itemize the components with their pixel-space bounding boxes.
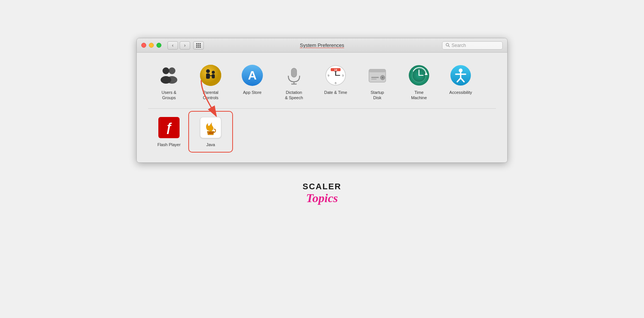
flash-player-item[interactable]: ƒ Flash Player bbox=[148, 112, 190, 151]
svg-text:3: 3 bbox=[342, 74, 344, 77]
svg-text:6: 6 bbox=[335, 81, 337, 85]
svg-rect-6 bbox=[196, 47, 197, 48]
minimize-button[interactable] bbox=[149, 43, 154, 48]
time-machine-label: TimeMachine bbox=[411, 90, 427, 101]
flash-player-label: Flash Player bbox=[157, 142, 180, 147]
svg-line-10 bbox=[449, 45, 450, 47]
grid-button[interactable] bbox=[193, 41, 204, 50]
app-store-label: App Store bbox=[243, 90, 262, 95]
content-area: Users &Groups bbox=[137, 53, 507, 162]
accessibility-icon bbox=[449, 64, 472, 87]
back-button[interactable]: ‹ bbox=[167, 41, 178, 50]
svg-rect-20 bbox=[212, 74, 215, 78]
maximize-button[interactable] bbox=[156, 43, 161, 48]
users-groups-label: Users &Groups bbox=[161, 90, 176, 101]
svg-point-39 bbox=[382, 77, 383, 78]
row2-container: ƒ Flash Player bbox=[148, 112, 496, 155]
svg-point-19 bbox=[212, 71, 215, 74]
search-bar[interactable]: Search bbox=[442, 41, 503, 50]
app-store-item[interactable]: A App Store bbox=[231, 60, 273, 99]
svg-rect-4 bbox=[198, 45, 199, 46]
startup-disk-item[interactable]: StartupDisk bbox=[356, 60, 398, 104]
svg-rect-8 bbox=[200, 47, 201, 48]
parental-controls-item[interactable]: ParentalControls bbox=[190, 60, 231, 104]
users-groups-icon bbox=[158, 64, 180, 87]
java-item[interactable]: JAVA Java bbox=[190, 112, 231, 151]
svg-rect-0 bbox=[196, 43, 197, 44]
svg-text:18: 18 bbox=[334, 69, 337, 71]
scaler-logo: SCALER Topics bbox=[303, 182, 341, 205]
accessibility-label: Accessibility bbox=[449, 90, 472, 95]
svg-rect-37 bbox=[369, 69, 386, 72]
startup-disk-icon bbox=[366, 64, 389, 87]
icon-row-1: Users &Groups bbox=[148, 60, 496, 109]
flash-icon-graphic: ƒ bbox=[158, 117, 180, 138]
date-time-label: Date & Time bbox=[324, 90, 347, 95]
parental-controls-label: ParentalControls bbox=[203, 90, 219, 101]
close-button[interactable] bbox=[141, 43, 146, 48]
time-machine-icon bbox=[408, 64, 430, 87]
svg-point-9 bbox=[446, 43, 449, 46]
dictation-speech-icon bbox=[283, 64, 305, 87]
accessibility-item[interactable]: Accessibility bbox=[440, 60, 481, 99]
svg-text:9: 9 bbox=[328, 74, 330, 77]
scaler-topics: Topics bbox=[306, 192, 338, 205]
svg-rect-3 bbox=[196, 45, 197, 46]
startup-disk-label: StartupDisk bbox=[370, 90, 384, 101]
icon-row-2: ƒ Flash Player bbox=[148, 112, 496, 155]
svg-text:A: A bbox=[248, 69, 256, 82]
svg-point-13 bbox=[163, 67, 169, 74]
java-label: Java bbox=[206, 142, 215, 147]
search-placeholder: Search bbox=[452, 43, 466, 48]
mac-window: ‹ › System Preferences bbox=[136, 38, 508, 163]
users-groups-item[interactable]: Users &Groups bbox=[148, 60, 190, 104]
svg-rect-18 bbox=[206, 73, 210, 79]
svg-rect-2 bbox=[200, 43, 201, 44]
window-title: System Preferences bbox=[300, 42, 344, 48]
java-icon: JAVA bbox=[199, 116, 222, 139]
java-icon-graphic: JAVA bbox=[200, 117, 221, 138]
page-container: ‹ › System Preferences bbox=[0, 0, 644, 205]
forward-button[interactable]: › bbox=[180, 41, 190, 50]
title-bar: ‹ › System Preferences bbox=[137, 38, 507, 53]
dictation-speech-label: Dictation& Speech bbox=[285, 90, 303, 101]
flash-player-icon: ƒ bbox=[158, 116, 180, 139]
svg-rect-24 bbox=[291, 68, 297, 77]
date-time-item[interactable]: 12 3 6 9 18 Date & T bbox=[315, 60, 356, 99]
svg-rect-7 bbox=[198, 47, 199, 48]
nav-buttons: ‹ › bbox=[167, 41, 204, 50]
date-time-icon: 12 3 6 9 18 bbox=[324, 64, 347, 87]
parental-controls-icon bbox=[199, 64, 222, 87]
svg-point-17 bbox=[206, 69, 210, 73]
dictation-speech-item[interactable]: Dictation& Speech bbox=[273, 60, 315, 104]
scaler-title: SCALER bbox=[303, 182, 341, 192]
svg-rect-5 bbox=[200, 45, 201, 46]
svg-text:JAVA: JAVA bbox=[208, 132, 213, 134]
time-machine-item[interactable]: TimeMachine bbox=[398, 60, 440, 104]
traffic-lights bbox=[141, 43, 161, 48]
svg-rect-40 bbox=[371, 77, 379, 78]
svg-rect-1 bbox=[198, 43, 199, 44]
svg-point-11 bbox=[169, 67, 175, 74]
app-store-icon: A bbox=[241, 64, 264, 87]
search-icon bbox=[445, 43, 450, 48]
svg-point-14 bbox=[161, 76, 171, 84]
svg-rect-41 bbox=[371, 79, 377, 80]
